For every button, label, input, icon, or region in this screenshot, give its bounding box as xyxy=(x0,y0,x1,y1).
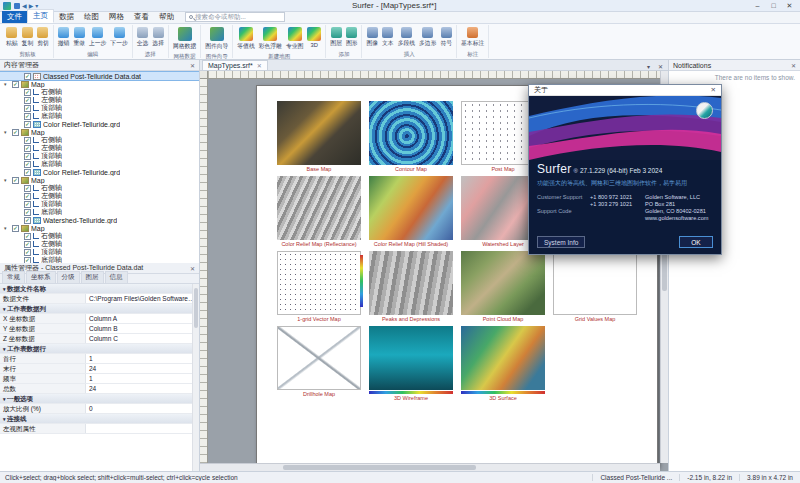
property-row[interactable]: 连接线 xyxy=(0,414,199,424)
visibility-checkbox[interactable] xyxy=(24,217,31,224)
ribbon-tab[interactable]: 帮助 xyxy=(154,11,179,23)
property-row[interactable]: 左视图属性 xyxy=(0,424,199,434)
property-value[interactable]: 0 xyxy=(86,404,199,413)
ribbon-button[interactable]: 多段线 xyxy=(397,26,416,49)
map-thumbnail[interactable] xyxy=(277,176,361,240)
ribbon-button[interactable]: 多边形 xyxy=(418,26,437,49)
ribbon-button[interactable]: 专业图 xyxy=(285,26,304,52)
tree-item[interactable]: 顶部轴 xyxy=(0,248,199,256)
tree-item[interactable]: 右侧轴 xyxy=(0,232,199,240)
ribbon-button[interactable]: 剪切 xyxy=(36,26,50,49)
property-value[interactable]: Column B xyxy=(86,324,199,333)
visibility-checkbox[interactable] xyxy=(12,81,19,88)
tree-item[interactable]: Classed Post-Telluride Data.dat xyxy=(0,72,199,80)
tree-item[interactable]: 左侧轴 xyxy=(0,192,199,200)
property-value[interactable] xyxy=(86,424,199,433)
visibility-checkbox[interactable] xyxy=(24,185,31,192)
map-thumbnail[interactable] xyxy=(369,326,453,390)
expand-arrow-icon[interactable] xyxy=(4,129,10,135)
close-button[interactable]: ✕ xyxy=(782,1,797,11)
property-row[interactable]: Y 坐标数据 Column B xyxy=(0,324,199,334)
maximize-button[interactable]: □ xyxy=(766,1,781,11)
dialog-titlebar[interactable]: 关于 ✕ xyxy=(529,85,721,96)
property-scrollbar[interactable] xyxy=(192,284,199,471)
property-value[interactable]: Column C xyxy=(86,334,199,343)
tree-item[interactable]: 底部轴 xyxy=(0,208,199,216)
visibility-checkbox[interactable] xyxy=(24,121,31,128)
ribbon-button[interactable]: 图形 xyxy=(345,26,359,49)
property-row[interactable]: 首行 1 xyxy=(0,354,199,364)
tree-item[interactable]: Map xyxy=(0,128,199,136)
visibility-checkbox[interactable] xyxy=(24,113,31,120)
property-value[interactable]: 24 xyxy=(86,364,199,373)
visibility-checkbox[interactable] xyxy=(12,177,19,184)
ribbon-button[interactable]: 重做 xyxy=(72,26,86,49)
visibility-checkbox[interactable] xyxy=(24,145,31,152)
ribbon-button[interactable]: 选择 xyxy=(151,26,165,49)
property-tab[interactable]: 分级 xyxy=(57,271,80,283)
tree-item[interactable]: 顶部轴 xyxy=(0,104,199,112)
property-row[interactable]: 数据文件名称 xyxy=(0,284,199,294)
visibility-checkbox[interactable] xyxy=(12,225,19,232)
close-document-icon[interactable]: ✕ xyxy=(655,63,666,70)
expand-arrow-icon[interactable] xyxy=(4,177,10,183)
visibility-checkbox[interactable] xyxy=(24,97,31,104)
tree-item[interactable]: Color Relief-Telluride.grd xyxy=(0,168,199,176)
property-row[interactable]: X 坐标数据 Column A xyxy=(0,314,199,324)
tree-item[interactable]: 左侧轴 xyxy=(0,144,199,152)
property-tab[interactable]: 信息 xyxy=(105,271,128,283)
property-row[interactable]: Z 坐标数据 Column C xyxy=(0,334,199,344)
visibility-checkbox[interactable] xyxy=(24,241,31,248)
tree-item[interactable]: 右侧轴 xyxy=(0,136,199,144)
close-icon[interactable]: ✕ xyxy=(711,86,716,94)
tree-item[interactable]: Map xyxy=(0,80,199,88)
map-thumbnail[interactable] xyxy=(369,251,453,315)
tree-item[interactable]: 底部轴 xyxy=(0,112,199,120)
ribbon-button[interactable]: 图层 xyxy=(329,26,343,49)
property-row[interactable]: 放大比例 (%) 0 xyxy=(0,404,199,414)
property-value[interactable]: 1 xyxy=(86,374,199,383)
property-tab[interactable]: 坐标系 xyxy=(26,271,56,283)
ribbon-tab[interactable]: 文件 xyxy=(2,11,27,23)
tree-item[interactable]: 顶部轴 xyxy=(0,152,199,160)
document-tab[interactable]: MapTypes.srf* ✕ xyxy=(202,60,268,70)
ribbon-tab[interactable]: 绘图 xyxy=(79,11,104,23)
tree-item[interactable]: Watershed-Telluride.grd xyxy=(0,216,199,224)
ribbon-button[interactable]: 粘贴 xyxy=(5,26,19,49)
command-search-box[interactable]: 搜索命令或帮助... xyxy=(185,12,285,22)
map-thumbnail[interactable] xyxy=(369,101,453,165)
visibility-checkbox[interactable] xyxy=(24,193,31,200)
ribbon-button[interactable]: 3D xyxy=(306,26,322,49)
tree-item[interactable]: 左侧轴 xyxy=(0,240,199,248)
tree-item[interactable]: Color Relief-Telluride.grd xyxy=(0,120,199,128)
property-value[interactable]: 24 xyxy=(86,384,199,393)
visibility-checkbox[interactable] xyxy=(24,201,31,208)
visibility-checkbox[interactable] xyxy=(12,129,19,136)
map-thumbnail[interactable] xyxy=(277,251,361,315)
ribbon-button[interactable]: 撤销 xyxy=(57,26,71,49)
tree-item[interactable]: Map xyxy=(0,176,199,184)
map-thumbnail[interactable] xyxy=(461,251,545,315)
ribbon-button[interactable]: 基本标注 xyxy=(460,26,485,49)
visibility-checkbox[interactable] xyxy=(24,169,31,176)
property-value[interactable]: 1 xyxy=(86,354,199,363)
save-icon[interactable] xyxy=(14,3,20,9)
close-tab-icon[interactable]: ✕ xyxy=(257,62,262,69)
close-icon[interactable]: ✕ xyxy=(190,62,195,69)
map-thumbnail[interactable] xyxy=(369,176,453,240)
map-thumbnail[interactable] xyxy=(553,251,637,315)
property-row[interactable]: 数据文件 C:\Program Files\Golden Software\Su… xyxy=(0,294,199,304)
property-row[interactable]: 频率 1 xyxy=(0,374,199,384)
property-row[interactable]: 工作表数据列 xyxy=(0,304,199,314)
close-icon[interactable]: ✕ xyxy=(190,265,195,272)
ribbon-tab[interactable]: 查看 xyxy=(129,11,154,23)
ribbon-button[interactable]: 下一步 xyxy=(109,26,128,49)
map-thumbnail[interactable] xyxy=(461,326,545,390)
tree-item[interactable]: 右侧轴 xyxy=(0,88,199,96)
visibility-checkbox[interactable] xyxy=(24,209,31,216)
ribbon-button[interactable]: 文本 xyxy=(381,26,395,49)
visibility-checkbox[interactable] xyxy=(24,153,31,160)
tree-item[interactable]: 左侧轴 xyxy=(0,96,199,104)
ribbon-button[interactable]: 等值线 xyxy=(236,26,255,52)
property-row[interactable]: 末行 24 xyxy=(0,364,199,374)
